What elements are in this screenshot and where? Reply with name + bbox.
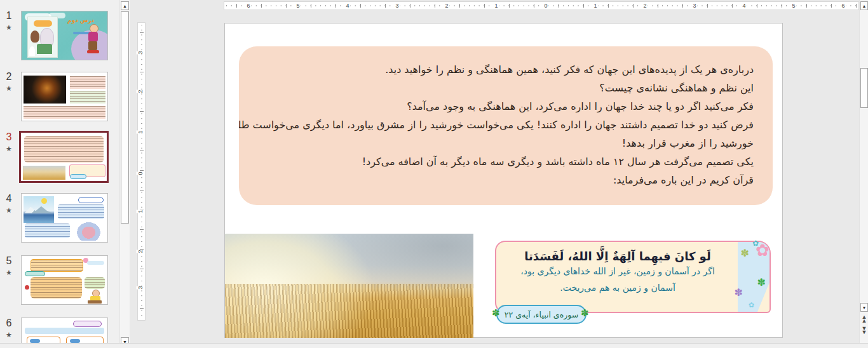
slide-4-animation-star-icon[interactable]: ★ xyxy=(1,206,17,215)
hruler-tick-label: 6 xyxy=(840,3,846,9)
banner xyxy=(31,259,83,272)
hruler-tick-label: 3 xyxy=(394,3,400,9)
subtitle-shape xyxy=(73,32,90,34)
hruler-tick-label: 3 xyxy=(691,3,697,9)
hruler-tick-label: 5 xyxy=(295,3,301,9)
verse-translation-line: آسمان و زمین به هم می‌ریخت. xyxy=(503,279,733,296)
slide-thumbnail-panel: 1 ★ درس دوم 2 ★ 3 ★ xyxy=(0,0,119,348)
slide-canvas[interactable]: درباره‌ی هر یک از پدیده‌های این جهان که … xyxy=(224,23,783,338)
verse-arabic-text: لَو كانَ فیهِما آلِهَةٌ اِلَّا اللهُ، لَ… xyxy=(503,250,733,263)
purple-flower-icon: ✽ xyxy=(735,288,743,298)
mini-peach-box xyxy=(24,136,103,163)
panel-scroll-up-button[interactable]: ▲ xyxy=(121,1,129,10)
horizontal-ruler: 6 5 4 3 2 1 0 1 2 3 4 5 6 xyxy=(224,1,859,10)
hruler-tick-label: 2 xyxy=(444,3,449,9)
slide-6-animation-star-icon[interactable]: ★ xyxy=(1,331,17,339)
presentation-editor-window: { "icons": { "up_arrow": "▲", "down_arro… xyxy=(0,0,868,348)
body-line: یکی تصمیم می‌گرفت هر سال ۱۲ ماه داشته با… xyxy=(258,152,754,171)
next-slide-button[interactable]: ▼ ▼ xyxy=(860,325,868,335)
slide-1-animation-star-icon[interactable]: ★ xyxy=(1,23,17,32)
slide-2-number: 2 xyxy=(1,71,17,83)
body-line: درباره‌ی هر یک از پدیده‌های این جهان که … xyxy=(258,60,754,79)
green-bubble xyxy=(85,277,105,288)
slide-1-number: 1 xyxy=(1,10,17,22)
vertical-ruler: 3 2 1 0 1 2 3 xyxy=(137,22,146,321)
hruler-tick-label: 1 xyxy=(592,3,598,9)
green-flower-icon: ✽ xyxy=(741,248,749,258)
vruler-tick-label: 1 xyxy=(137,210,144,213)
slide-thumbnail-3-selected[interactable] xyxy=(19,131,109,183)
vruler-tick-label: 0 xyxy=(137,171,144,175)
hruler-tick-label: 6 xyxy=(245,3,251,9)
mini-wheat-image xyxy=(23,166,66,180)
cyan-flower-icon: ✿ xyxy=(749,302,754,309)
panel-scrollbar[interactable]: ▲ ▼ xyxy=(119,0,130,348)
main-scroll-up-button[interactable]: ▲ xyxy=(860,1,868,10)
verse-source-badge[interactable]: سوره‌ی انبیاء، آیه‌ی ۲۲ xyxy=(496,305,587,324)
flower-shape xyxy=(25,285,29,290)
vruler-tick-label: 3 xyxy=(137,286,144,289)
slide-thumbnail-1[interactable]: درس دوم xyxy=(21,11,108,60)
verse-translation-line: اگر در آسمان و زمین، غیر از الله خداهای … xyxy=(503,263,733,279)
body-line: فرض کنید دو خدا تصمیم داشتند جهان را ادا… xyxy=(258,116,754,134)
slide-2-animation-star-icon[interactable]: ★ xyxy=(1,84,17,93)
slide-3-animation-star-icon[interactable]: ★ xyxy=(1,145,17,153)
previous-slide-button[interactable]: ▲ ▲ xyxy=(860,314,868,324)
vruler-tick-label: 3 xyxy=(137,51,144,54)
teal-pill xyxy=(25,271,45,276)
thumbnail-lesson-title: درس دوم xyxy=(66,17,95,23)
body-line: این نظم و هماهنگی نشانه‌ی چیست؟ xyxy=(258,79,754,97)
slide-6-number: 6 xyxy=(1,318,17,329)
label-pill xyxy=(78,197,104,203)
slide-3-number: 3 xyxy=(1,131,17,143)
main-scroll-down-button[interactable]: ▼ xyxy=(860,303,868,312)
text-block xyxy=(70,91,106,104)
main-scrollbar[interactable]: ▲ ▼ ▲ ▲ ▼ ▼ xyxy=(859,0,868,348)
body-text-box[interactable]: درباره‌ی هر یک از پدیده‌های این جهان که … xyxy=(239,46,773,205)
green-flower-icon: ✽ xyxy=(492,308,500,318)
teal-flower-icon: ✿ xyxy=(752,239,759,247)
slide-thumbnail-4[interactable] xyxy=(21,193,108,243)
vruler-tick-label: 2 xyxy=(137,90,144,93)
down-arrow-icon: ▼ xyxy=(862,330,867,334)
label-pill xyxy=(87,261,104,265)
green-flower-icon: ✽ xyxy=(757,278,766,288)
main-scrollbar-thumb[interactable] xyxy=(860,68,868,108)
slide-4-number: 4 xyxy=(1,193,17,204)
hruler-tick-label: 2 xyxy=(642,3,648,9)
mini-badge xyxy=(70,174,86,178)
panel-scrollbar-thumb[interactable] xyxy=(121,11,129,224)
up-arrow-icon: ▲ xyxy=(862,319,867,323)
body-line: خورشید را از مغرب قرار بدهد! xyxy=(258,134,754,152)
body-line: فکر می‌کنید اگر دو یا چند خدا جهان را اد… xyxy=(258,97,754,116)
hruler-tick-label: 1 xyxy=(493,3,499,9)
big-orange-box xyxy=(31,277,82,298)
vruler-tick-label: 1 xyxy=(137,130,144,133)
verse-box[interactable]: ✿ ✽ ✿ ✽ ✽ ✿ لَو كانَ فیهِما آلِهَةٌ اِلَ… xyxy=(495,241,771,313)
body-line: قرآن کریم در این باره می‌فرماید: xyxy=(258,171,754,189)
textbook-cover-image xyxy=(27,17,58,58)
text-block xyxy=(24,106,106,119)
hruler-tick-label: 0 xyxy=(543,3,548,9)
hruler-tick-label: 4 xyxy=(344,3,350,9)
lungs-image xyxy=(75,220,102,241)
green-flower-icon: ✽ xyxy=(581,308,589,318)
vruler-tick-label: 2 xyxy=(137,250,144,253)
text-block xyxy=(25,224,69,238)
slide-5-animation-star-icon[interactable]: ★ xyxy=(1,269,17,277)
slide-thumbnail-2[interactable] xyxy=(21,72,108,121)
slide-5-number: 5 xyxy=(1,255,17,267)
verse-source-label: سوره‌ی انبیاء، آیه‌ی ۲۲ xyxy=(505,310,578,319)
hruler-tick-label: 5 xyxy=(790,3,796,9)
text-block xyxy=(70,76,106,89)
blue-strip xyxy=(25,328,104,334)
space-image xyxy=(24,76,67,104)
text-block xyxy=(58,204,104,219)
hruler-tick-label: 4 xyxy=(741,3,747,9)
nature-image xyxy=(24,196,55,223)
wheat-field-image[interactable] xyxy=(225,234,473,338)
status-bar-edge xyxy=(0,344,868,348)
purple-pill xyxy=(73,321,102,327)
slide-thumbnail-5[interactable] xyxy=(21,255,108,305)
